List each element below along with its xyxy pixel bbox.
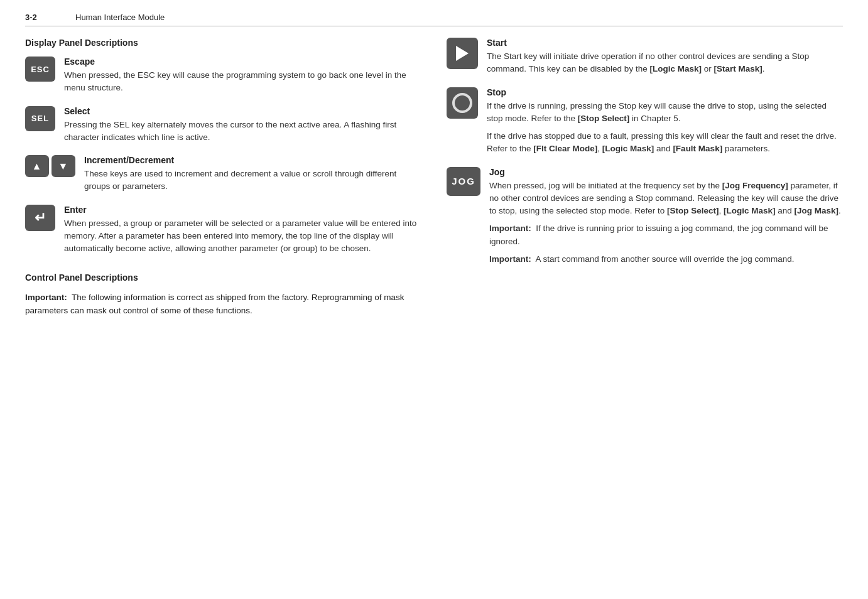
page-number: 3-2 [25,13,63,22]
jog-key-body: When pressed, jog will be initiated at t… [489,180,843,218]
enter-key-desc: Enter When pressed, a group or parameter… [64,205,421,256]
sel-key-button: SEL [25,106,55,131]
jog-key-desc: Jog When pressed, jog will be initiated … [489,167,843,266]
jog-label: JOG [452,176,475,186]
start-key-item: Start The Start key will initiate drive … [447,38,843,76]
start-key-desc: Start The Start key will initiate drive … [487,38,843,76]
start-key-title: Start [487,38,843,48]
esc-key-title: Escape [64,57,421,67]
main-content: Display Panel Descriptions ESC Escape Wh… [25,38,843,317]
stop-key-button [447,87,478,119]
enter-key-item: ↵ Enter When pressed, a group or paramet… [25,205,421,256]
jog-important2: Important: A start command from another … [489,253,843,266]
start-triangle-icon [456,46,469,61]
start-key-button [447,38,478,69]
incdec-key-body: These keys are used to increment and dec… [84,168,421,193]
stop-key-desc: Stop If the drive is running, pressing t… [487,87,843,156]
esc-key-item: ESC Escape When pressed, the ESC key wil… [25,57,421,95]
jog-key-button: JOG [447,167,480,196]
arrow-up-button: ▲ [25,155,49,177]
enter-arrow-icon: ↵ [35,210,46,226]
stop-key-body: If the drive is running, pressing the St… [487,100,843,126]
jog-key-item: JOG Jog When pressed, jog will be initia… [447,167,843,266]
page-header: 3-2 Human Interface Module [25,13,843,26]
stop-key-title: Stop [487,87,843,97]
important-prefix: Important: [25,293,67,302]
arrow-pair: ▲ ▼ [25,155,75,177]
esc-key-desc: Escape When pressed, the ESC key will ca… [64,57,421,95]
incdec-key-title: Increment/Decrement [84,155,421,165]
sel-key-desc: Select Pressing the SEL key alternately … [64,106,421,144]
stop-circle-icon [452,93,472,113]
jog-key-title: Jog [489,167,843,177]
enter-key-title: Enter [64,205,421,215]
enter-key-body: When pressed, a group or parameter will … [64,217,421,256]
display-panel-title: Display Panel Descriptions [25,38,421,48]
sel-key-title: Select [64,106,421,116]
control-panel-title: Control Panel Descriptions [25,273,421,283]
incdec-key-item: ▲ ▼ Increment/Decrement These keys are u… [25,155,421,193]
jog-important1: Important: If the drive is running prior… [489,222,843,248]
esc-key-button: ESC [25,57,55,82]
left-column: Display Panel Descriptions ESC Escape Wh… [25,38,421,317]
sel-key-body: Pressing the SEL key alternately moves t… [64,119,421,144]
enter-key-button: ↵ [25,205,55,231]
arrow-down-button: ▼ [52,155,75,177]
start-key-body: The Start key will initiate drive operat… [487,50,843,76]
page-title: Human Interface Module [75,13,165,22]
stop-key-body2: If the drive has stopped due to a fault,… [487,130,843,156]
esc-key-body: When pressed, the ESC key will cause the… [64,69,421,95]
control-panel-note: Important: The following information is … [25,291,421,317]
stop-key-item: Stop If the drive is running, pressing t… [447,87,843,156]
control-panel-section: Control Panel Descriptions Important: Th… [25,273,421,317]
sel-key-item: SEL Select Pressing the SEL key alternat… [25,106,421,144]
incdec-key-desc: Increment/Decrement These keys are used … [84,155,421,193]
right-column: Start The Start key will initiate drive … [447,38,843,317]
control-panel-note-text: The following information is correct as … [25,293,404,315]
